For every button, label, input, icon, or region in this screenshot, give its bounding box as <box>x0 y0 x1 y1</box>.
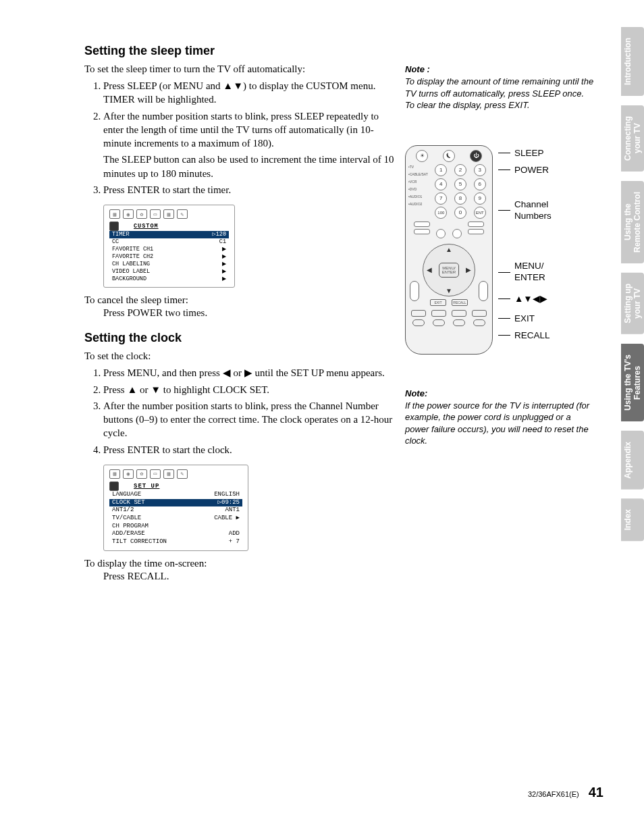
tab-index[interactable]: Index <box>621 498 644 541</box>
callout-channel-numbers: Channel Numbers <box>498 199 552 222</box>
vol-rocker <box>479 281 488 301</box>
intro-clock: To set the clock: <box>84 350 395 362</box>
step-text: After the number position starts to blin… <box>103 111 379 149</box>
menu-tab-icon: ✎ <box>177 469 188 479</box>
tab-label: Connecting <box>623 116 633 161</box>
menu-tab-icon: ▦ <box>109 469 120 479</box>
callout-label: MENU/ ENTER <box>514 261 545 284</box>
menu-tab-icon: ◉ <box>123 209 134 219</box>
menu-cat-icon <box>109 481 119 491</box>
callout-label: RECALL <box>514 330 550 340</box>
menu-row-label: ADD/ERASE <box>112 530 145 538</box>
menu-title: SET UP <box>134 483 159 490</box>
play-icon <box>433 319 445 326</box>
menu-tab-icon: ✿ <box>136 209 147 219</box>
menu-row: VIDEO LABEL▶ <box>109 268 229 276</box>
menu-row-value: ▶ <box>222 276 226 283</box>
menu-tab-icon: ▦ <box>163 469 174 479</box>
note-title: Note : <box>405 64 594 74</box>
menu-row-value: CABLE ▶ <box>214 515 240 523</box>
tab-remote[interactable]: Using theRemote Control <box>621 181 644 263</box>
input-button <box>411 310 426 317</box>
step: After the number position starts to blin… <box>103 109 395 180</box>
step: After the number position starts to blin… <box>103 399 395 440</box>
up-arrow-icon: ▲ <box>446 246 452 253</box>
remote-callouts: SLEEP POWER Channel Numbers MENU/ ENTER … <box>498 145 552 355</box>
tab-appendix[interactable]: Appendix <box>621 431 644 490</box>
down-arrow-icon: ▼ <box>446 287 452 294</box>
tab-connecting[interactable]: Connectingyour TV <box>621 105 644 172</box>
osd-menu-setup: ▦◉✿▭▦✎ SET UP LANGUAGEENGLISH CLOCK SET▷… <box>103 465 248 551</box>
note-clock: Note: If the power source for the TV is … <box>405 388 594 447</box>
step: Press ENTER to start the timer. <box>103 183 395 197</box>
menu-row-label: TV/CABLE <box>112 515 141 523</box>
tab-sublabel: Remote Control <box>633 192 643 253</box>
menu-row-label: TILT CORRECTION <box>112 538 167 546</box>
tab-features[interactable]: Using the TV'sFeatures <box>621 344 644 421</box>
step: Press MENU, and then press ◀ or ▶ until … <box>103 366 395 380</box>
section-tabs: Introduction Connectingyour TV Using the… <box>621 27 644 542</box>
cancel-step: Press POWER two times. <box>103 307 395 319</box>
stop-icon <box>473 319 485 326</box>
heading-clock: Setting the clock <box>84 331 395 345</box>
remote-body: ☀ ⏾ ⏻ •TV •CABLE/SAT •VCR •DVD •AUDIO1 •… <box>405 145 493 355</box>
sleep-button-icon: ⏾ <box>443 150 455 162</box>
tab-sublabel: Features <box>633 355 643 411</box>
menu-row: TV/CABLECABLE ▶ <box>109 515 242 523</box>
callout-arrows: ▲▼◀▶ <box>498 293 552 304</box>
menu-cat-icon <box>109 221 119 231</box>
num-100-button: 100 <box>435 207 447 219</box>
menu-row: CH PROGRAM <box>109 523 242 531</box>
menu-row: FAVORITE CH2▶ <box>109 253 229 261</box>
menu-row-value: ▶ <box>222 246 226 253</box>
num-4-button: 4 <box>435 178 447 190</box>
tab-introduction[interactable]: Introduction <box>621 27 644 96</box>
recall-button: RECALL <box>452 299 468 306</box>
menu-tab-icon: ▦ <box>163 209 174 219</box>
ch-rocker <box>410 281 419 301</box>
picsize-button <box>468 221 484 227</box>
menu-row-value: ▷09:25 <box>218 499 240 507</box>
menu-enter-button: MENU/ ENTER <box>439 263 459 278</box>
menu-row-value: ▶ <box>222 253 226 261</box>
callout-recall: RECALL <box>498 330 552 340</box>
steps-sleep: Press SLEEP (or MENU and ▲▼) to display … <box>84 79 395 197</box>
callout-menu-enter: MENU/ ENTER <box>498 261 552 284</box>
rew-icon <box>412 319 425 326</box>
num-0-button: 0 <box>454 207 466 219</box>
disp-button <box>452 310 466 317</box>
menu-list: TIMER▷120 CCC1 FAVORITE CH1▶ FAVORITE CH… <box>109 231 229 283</box>
menu-row-value: + 7 <box>229 538 240 546</box>
menu-row-label: FAVORITE CH1 <box>112 246 153 253</box>
menu-row-label: TIMER <box>112 231 130 238</box>
display-time-intro: To display the time on-screen: <box>84 558 395 569</box>
menu-icon-row: ▦◉✿▭▦✎ <box>109 469 242 479</box>
dpad: ▲ ▼ ◀ ▶ MENU/ ENTER <box>423 244 475 296</box>
menu-list: LANGUAGEENGLISH CLOCK SET▷09:25 ANT1/2AN… <box>109 491 242 546</box>
menu-row-label: CH PROGRAM <box>112 523 149 531</box>
tab-label: Index <box>623 509 633 530</box>
menu-row-label: BACKGROUND <box>112 276 146 283</box>
step-extra: The SLEEP button can also be used to inc… <box>103 153 395 180</box>
menu-row-label: LANGUAGE <box>112 491 141 499</box>
menu-row-label: VIDEO LABEL <box>112 268 150 276</box>
tab-setting-up[interactable]: Setting upyour TV <box>621 273 644 334</box>
step: Press ENTER to start the clock. <box>103 443 395 457</box>
menu-row-label: ANT1/2 <box>112 506 134 515</box>
num-8-button: 8 <box>454 192 466 205</box>
exit-button: EXIT <box>430 299 446 306</box>
mode-button <box>414 221 430 227</box>
menu-row: TILT CORRECTION+ 7 <box>109 538 242 546</box>
menu-row: CLOCK SET▷09:25 <box>109 499 242 507</box>
fav-button-icon <box>452 229 462 238</box>
menu-row: CH LABELING▶ <box>109 261 229 268</box>
callout-label: SLEEP <box>514 148 544 158</box>
menu-row-value: ENGLISH <box>214 491 240 499</box>
menu-row: ANT1/2ANT1 <box>109 506 242 515</box>
num-9-button: 9 <box>474 192 486 205</box>
menu-row: TIMER▷120 <box>109 231 229 238</box>
tab-label: Setting up <box>623 284 633 323</box>
num-6-button: 6 <box>474 178 486 190</box>
menu-tab-icon: ▦ <box>109 209 120 219</box>
menu-row-value: ▶ <box>222 261 226 268</box>
